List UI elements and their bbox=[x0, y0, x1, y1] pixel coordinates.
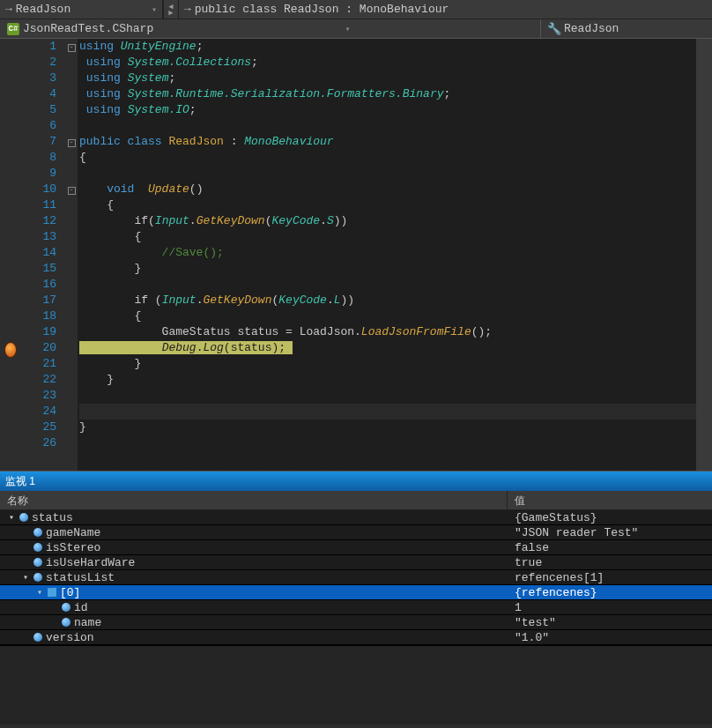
code-line[interactable]: using System.IO; bbox=[79, 102, 696, 118]
watch-row[interactable]: version"1.0" bbox=[0, 630, 712, 645]
code-line[interactable]: using UnityEngine; bbox=[79, 39, 696, 55]
code-line[interactable]: if (Input.GetKeyDown(KeyCode.L)) bbox=[79, 293, 696, 308]
code-line[interactable]: } bbox=[79, 372, 696, 388]
watch-col-value[interactable]: 值 bbox=[508, 491, 712, 509]
code-line[interactable]: } bbox=[79, 420, 696, 435]
margin-slot[interactable] bbox=[0, 166, 21, 182]
code-line[interactable]: } bbox=[79, 261, 696, 277]
code-line[interactable]: void Update() bbox=[79, 182, 696, 197]
watch-row[interactable]: isStereofalse bbox=[0, 540, 712, 555]
chevron-down-icon[interactable]: ▾ bbox=[345, 24, 356, 34]
expand-icon[interactable]: ▾ bbox=[35, 585, 44, 600]
watch-empty-area[interactable] bbox=[0, 645, 712, 724]
margin-slot[interactable] bbox=[0, 342, 21, 358]
breakpoint-margin[interactable] bbox=[0, 39, 21, 471]
fold-slot[interactable] bbox=[65, 404, 78, 420]
vertical-scrollbar[interactable] bbox=[696, 39, 712, 471]
margin-slot[interactable] bbox=[0, 324, 21, 340]
tab-class[interactable]: 🔧 ReadJson bbox=[540, 19, 712, 38]
code-line[interactable] bbox=[79, 388, 696, 404]
fold-slot[interactable] bbox=[65, 261, 78, 277]
fold-slot[interactable] bbox=[65, 55, 78, 71]
fold-minus-icon[interactable]: - bbox=[68, 187, 76, 195]
margin-slot[interactable] bbox=[0, 229, 21, 245]
watch-row[interactable]: ▾status{GameStatus} bbox=[0, 510, 712, 525]
fold-slot[interactable] bbox=[65, 150, 78, 166]
code-line[interactable]: { bbox=[79, 308, 696, 324]
watch-row[interactable]: name"test" bbox=[0, 615, 712, 630]
code-line[interactable] bbox=[79, 404, 696, 420]
margin-slot[interactable] bbox=[0, 182, 21, 197]
code-line[interactable]: { bbox=[79, 229, 696, 245]
nav-back-forward[interactable]: ◂▸ bbox=[163, 0, 179, 19]
code-line[interactable]: public class ReadJson : MonoBehaviour bbox=[79, 134, 696, 150]
breakpoint-icon[interactable] bbox=[4, 342, 17, 358]
code-line[interactable] bbox=[79, 435, 696, 451]
fold-slot[interactable]: - bbox=[65, 134, 78, 150]
fold-slot[interactable] bbox=[65, 197, 78, 213]
code-line[interactable]: //Save(); bbox=[79, 245, 696, 261]
fold-column[interactable]: --- bbox=[65, 39, 78, 471]
watch-row[interactable]: ▾[0]{refencenes} bbox=[0, 585, 712, 600]
code-line[interactable]: { bbox=[79, 197, 696, 213]
margin-slot[interactable] bbox=[0, 277, 21, 293]
margin-slot[interactable] bbox=[0, 374, 21, 390]
margin-slot[interactable] bbox=[0, 55, 21, 71]
margin-slot[interactable] bbox=[0, 390, 21, 405]
breadcrumb-class[interactable]: → ReadJson ▾ bbox=[0, 0, 163, 19]
fold-slot[interactable] bbox=[65, 102, 78, 118]
code-line[interactable] bbox=[79, 118, 696, 134]
code-line[interactable]: { bbox=[79, 150, 696, 166]
watch-row[interactable]: ▾statusListrefencenes[1] bbox=[0, 570, 712, 585]
margin-slot[interactable] bbox=[0, 86, 21, 102]
margin-slot[interactable] bbox=[0, 358, 21, 374]
watch-row[interactable]: id1 bbox=[0, 600, 712, 615]
fold-slot[interactable] bbox=[65, 340, 78, 356]
margin-slot[interactable] bbox=[0, 245, 21, 261]
code-editor[interactable]: 1234567891011121314151617181920212223242… bbox=[0, 39, 712, 471]
fold-minus-icon[interactable]: - bbox=[68, 44, 76, 52]
margin-slot[interactable] bbox=[0, 437, 21, 453]
code-line[interactable]: GameStatus status = LoadJson.LoadJsonFro… bbox=[79, 324, 696, 340]
margin-slot[interactable] bbox=[0, 293, 21, 308]
chevron-down-icon[interactable]: ▾ bbox=[152, 4, 157, 15]
margin-slot[interactable] bbox=[0, 213, 21, 229]
fold-slot[interactable] bbox=[65, 86, 78, 102]
fold-slot[interactable] bbox=[65, 372, 78, 388]
watch-row[interactable]: gameName"JSON reader Test" bbox=[0, 525, 712, 540]
fold-slot[interactable]: - bbox=[65, 39, 78, 55]
fold-slot[interactable] bbox=[65, 277, 78, 293]
fold-minus-icon[interactable]: - bbox=[68, 139, 76, 147]
margin-slot[interactable] bbox=[0, 197, 21, 213]
margin-slot[interactable] bbox=[0, 118, 21, 134]
margin-slot[interactable] bbox=[0, 39, 21, 55]
fold-slot[interactable] bbox=[65, 229, 78, 245]
code-line[interactable] bbox=[79, 277, 696, 293]
margin-slot[interactable] bbox=[0, 150, 21, 166]
code-line[interactable] bbox=[79, 166, 696, 182]
fold-slot[interactable] bbox=[65, 435, 78, 451]
code-line[interactable]: Debug.Log(status); bbox=[79, 340, 696, 356]
watch-panel-title[interactable]: 监视 1 bbox=[0, 472, 712, 491]
tab-file[interactable]: C# JsonReadTest.CSharp bbox=[0, 19, 160, 38]
fold-slot[interactable] bbox=[65, 356, 78, 372]
watch-row[interactable]: isUseHardWaretrue bbox=[0, 555, 712, 570]
expand-icon[interactable]: ▾ bbox=[7, 510, 16, 525]
margin-slot[interactable] bbox=[0, 71, 21, 86]
fold-slot[interactable] bbox=[65, 388, 78, 404]
code-line[interactable]: using System; bbox=[79, 71, 696, 86]
fold-slot[interactable] bbox=[65, 166, 78, 182]
margin-slot[interactable] bbox=[0, 102, 21, 118]
fold-slot[interactable] bbox=[65, 118, 78, 134]
code-line[interactable]: using System.Collections; bbox=[79, 55, 696, 71]
expand-icon[interactable]: ▾ bbox=[21, 570, 30, 585]
fold-slot[interactable] bbox=[65, 71, 78, 86]
fold-slot[interactable] bbox=[65, 420, 78, 435]
fold-slot[interactable]: - bbox=[65, 182, 78, 197]
code-line[interactable]: if(Input.GetKeyDown(KeyCode.S)) bbox=[79, 213, 696, 229]
fold-slot[interactable] bbox=[65, 293, 78, 308]
margin-slot[interactable] bbox=[0, 421, 21, 437]
breadcrumb-signature[interactable]: → public class ReadJson : MonoBehaviour bbox=[179, 0, 454, 19]
code-line[interactable]: } bbox=[79, 356, 696, 372]
margin-slot[interactable] bbox=[0, 134, 21, 150]
